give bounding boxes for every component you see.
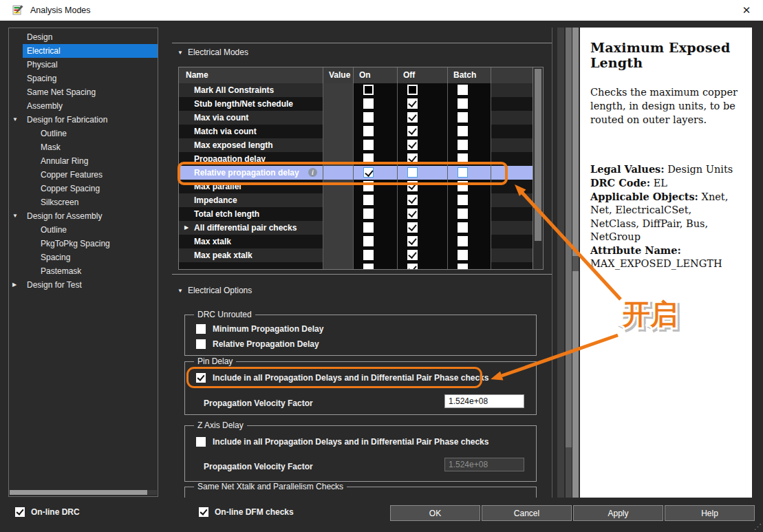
- column-header-name[interactable]: Name: [179, 67, 323, 84]
- checkbox-unchecked-icon[interactable]: [363, 209, 374, 219]
- sidebar-item-copper-spacing[interactable]: Copper Spacing: [23, 182, 158, 195]
- table-row-max-peak-xtalk[interactable]: Max peak xtalk: [179, 248, 533, 262]
- column-header-on[interactable]: On: [354, 67, 398, 84]
- checkbox-unchecked-icon[interactable]: [458, 209, 468, 219]
- row-name-cell[interactable]: ▶All differential pair checks: [179, 221, 323, 235]
- relative-propagation-delay-checkbox[interactable]: Relative Propagation Delay: [196, 339, 319, 349]
- value-cell[interactable]: [323, 235, 354, 248]
- checkbox-unchecked-icon[interactable]: [458, 264, 468, 269]
- checkbox-filled-icon[interactable]: [407, 85, 418, 95]
- checkbox-unchecked-icon[interactable]: [363, 140, 374, 150]
- dialog-scrollbar-track[interactable]: [557, 28, 564, 498]
- checkbox-checked-icon[interactable]: [407, 264, 418, 269]
- sidebar-item-electrical[interactable]: Electrical: [23, 44, 158, 58]
- checkbox-unchecked-icon[interactable]: [363, 222, 374, 233]
- checkbox-unchecked-icon[interactable]: [458, 236, 468, 246]
- checkbox-unchecked-icon[interactable]: [363, 126, 374, 136]
- online-dfm-checkbox[interactable]: On-line DFM checks: [199, 507, 294, 517]
- electrical-options-header[interactable]: Electrical Options: [178, 286, 252, 295]
- sidebar-item-copper-features[interactable]: Copper Features: [23, 168, 158, 182]
- checkbox-unchecked-icon[interactable]: [407, 167, 418, 178]
- row-name-cell[interactable]: Max via count: [179, 111, 323, 125]
- sidebar-item-mask[interactable]: Mask: [23, 140, 158, 154]
- value-cell[interactable]: [323, 125, 354, 138]
- column-header-batch[interactable]: Batch: [448, 67, 491, 84]
- checkbox-checked-icon[interactable]: [407, 126, 418, 136]
- table-row-mark-all-constraints[interactable]: Mark All Constraints: [179, 83, 533, 97]
- resize-grip-icon[interactable]: ⋰: [754, 522, 762, 531]
- checkbox-unchecked-icon[interactable]: [363, 98, 374, 109]
- table-row-impedance[interactable]: Impedance: [179, 193, 533, 207]
- checkbox-unchecked-icon[interactable]: [458, 98, 468, 109]
- row-name-cell[interactable]: Relative propagation delay: [179, 166, 323, 180]
- checkbox-unchecked-icon[interactable]: [458, 222, 468, 233]
- table-row[interactable]: [179, 262, 533, 269]
- sidebar-item-pkgtopkg-spacing[interactable]: PkgToPkg Spacing: [23, 237, 158, 251]
- help-button[interactable]: Help: [665, 505, 755, 521]
- checkbox-checked-icon[interactable]: [407, 98, 418, 109]
- value-cell[interactable]: [323, 97, 354, 111]
- checkbox-checked-icon[interactable]: [407, 195, 418, 205]
- row-name-cell[interactable]: Impedance: [179, 193, 323, 207]
- value-cell[interactable]: [323, 83, 354, 97]
- checkbox-unchecked-icon[interactable]: [363, 195, 374, 205]
- checkbox-unchecked-icon[interactable]: [458, 181, 468, 191]
- checkbox-checked-icon[interactable]: [407, 236, 418, 246]
- row-expand-icon[interactable]: ▶: [184, 221, 189, 235]
- sidebar-item-silkscreen[interactable]: Silkscreen: [23, 195, 158, 209]
- checkbox-unchecked-icon[interactable]: [458, 153, 468, 164]
- value-cell[interactable]: [323, 193, 354, 207]
- info-icon[interactable]: [308, 168, 317, 177]
- table-row-max-exposed-length[interactable]: Max exposed length: [179, 138, 533, 152]
- checkbox-unchecked-icon[interactable]: [458, 195, 468, 205]
- sidebar-item-assembly[interactable]: Assembly: [23, 99, 158, 113]
- sidebar-item-same-net-spacing[interactable]: Same Net Spacing: [23, 85, 158, 99]
- checkbox-unchecked-icon[interactable]: [458, 167, 468, 178]
- checkbox-unchecked-icon[interactable]: [363, 236, 374, 246]
- checkbox-checked-icon[interactable]: [407, 140, 418, 150]
- sidebar-item-design[interactable]: Design: [23, 30, 158, 44]
- checkbox-checked-icon[interactable]: [196, 373, 206, 383]
- checkbox-unchecked-icon[interactable]: [363, 112, 374, 123]
- table-row-match-via-count[interactable]: Match via count: [179, 125, 533, 138]
- close-icon[interactable]: ✕: [737, 2, 756, 19]
- checkbox-filled-icon[interactable]: [363, 85, 374, 95]
- checkbox-unchecked-icon[interactable]: [458, 126, 468, 136]
- row-name-cell[interactable]: Max peak xtalk: [179, 248, 323, 262]
- table-vertical-scrollbar[interactable]: [533, 67, 543, 269]
- sidebar-scrollbar-thumb[interactable]: [10, 490, 147, 495]
- sidebar-item-physical[interactable]: Physical: [23, 58, 158, 72]
- value-cell[interactable]: [323, 111, 354, 125]
- sidebar-item-spacing[interactable]: Spacing: [23, 251, 158, 264]
- sidebar-item-pastemask[interactable]: Pastemask: [23, 264, 158, 278]
- dialog-scrollbar-thumb[interactable]: [566, 28, 572, 498]
- apply-button[interactable]: Apply: [573, 505, 663, 521]
- checkbox-checked-icon[interactable]: [407, 250, 418, 260]
- row-name-cell[interactable]: Mark All Constraints: [179, 83, 323, 97]
- value-cell[interactable]: [323, 207, 354, 221]
- pin-delay-include-checkbox[interactable]: Include in all Propagation Delays and in…: [196, 373, 488, 383]
- checkbox-checked-icon[interactable]: [363, 167, 374, 178]
- sidebar-item-outline[interactable]: Outline: [23, 223, 158, 237]
- table-row-max-via-count[interactable]: Max via count: [179, 111, 533, 125]
- checkbox-unchecked-icon[interactable]: [458, 85, 468, 95]
- checkbox-icon[interactable]: [196, 339, 206, 349]
- table-scrollbar-thumb[interactable]: [535, 69, 541, 241]
- table-row-stub-length-net-schedule[interactable]: Stub length/Net schedule: [179, 97, 533, 111]
- checkbox-icon[interactable]: [196, 437, 206, 447]
- online-drc-checkbox[interactable]: On-line DRC: [15, 507, 80, 517]
- tree-collapsed-icon[interactable]: [12, 278, 21, 292]
- row-name-cell[interactable]: Max parallel: [179, 180, 323, 193]
- cancel-button[interactable]: Cancel: [482, 505, 572, 521]
- checkbox-checked-icon[interactable]: [15, 507, 25, 517]
- checkbox-unchecked-icon[interactable]: [363, 264, 374, 269]
- minimum-propagation-delay-checkbox[interactable]: Minimum Propagation Delay: [196, 324, 323, 334]
- tree-expanded-icon[interactable]: [12, 113, 21, 127]
- row-name-cell[interactable]: Max exposed length: [179, 138, 323, 152]
- checkbox-checked-icon[interactable]: [199, 507, 208, 517]
- value-cell[interactable]: [323, 152, 354, 166]
- checkbox-icon[interactable]: [196, 324, 206, 334]
- sidebar-item-outline[interactable]: Outline: [23, 127, 158, 140]
- checkbox-checked-icon[interactable]: [407, 112, 418, 123]
- sidebar-item-design-for-fabrication[interactable]: Design for Fabrication: [23, 113, 158, 127]
